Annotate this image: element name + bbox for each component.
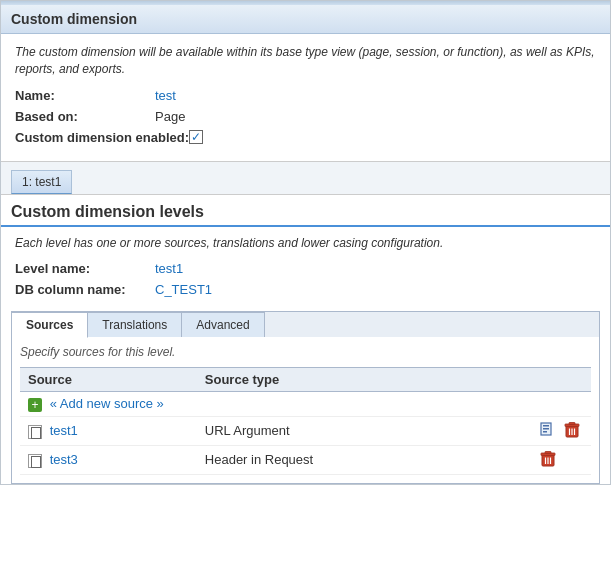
- action-icons: [539, 450, 583, 470]
- tab-translations[interactable]: Translations: [88, 312, 182, 337]
- levels-title: Custom dimension levels: [11, 203, 600, 221]
- add-icon: +: [28, 398, 42, 412]
- field-name: Name: test: [15, 88, 596, 103]
- source-actions-cell: [531, 445, 591, 474]
- custom-dimension-description: The custom dimension will be available w…: [15, 44, 596, 78]
- edit-icon[interactable]: [539, 421, 559, 441]
- col-type-header: Source type: [197, 368, 531, 392]
- tab-sources[interactable]: Sources: [12, 312, 88, 338]
- col-actions-header: [531, 368, 591, 392]
- levels-description: Each level has one or more sources, tran…: [15, 235, 596, 252]
- source-type-cell: URL Argument: [197, 416, 531, 445]
- source-name-cell: test3: [20, 445, 197, 474]
- source-name-link[interactable]: test1: [50, 423, 78, 438]
- level-name-label: Level name:: [15, 261, 155, 276]
- svg-rect-6: [569, 422, 575, 424]
- levels-header: Custom dimension levels: [1, 195, 610, 227]
- delete-icon[interactable]: [563, 421, 583, 441]
- field-enabled: Custom dimension enabled: ✓: [15, 130, 596, 145]
- enabled-checkbox[interactable]: ✓: [189, 130, 203, 144]
- col-source-header: Source: [20, 368, 197, 392]
- svg-rect-12: [545, 451, 551, 453]
- source-file-icon: [28, 454, 42, 468]
- name-value: test: [155, 88, 176, 103]
- db-column-label: DB column name:: [15, 282, 155, 297]
- custom-dimension-body: The custom dimension will be available w…: [1, 34, 610, 161]
- level-name-value: test1: [155, 261, 183, 276]
- source-file-icon: [28, 425, 42, 439]
- level-name-field: Level name: test1: [15, 261, 596, 276]
- svg-rect-3: [543, 431, 547, 433]
- level-tab[interactable]: 1: test1: [11, 170, 72, 194]
- field-based-on: Based on: Page: [15, 109, 596, 124]
- svg-rect-1: [543, 425, 549, 427]
- db-column-value: C_TEST1: [155, 282, 212, 297]
- table-row: test1 URL Argument: [20, 416, 591, 445]
- based-on-label: Based on:: [15, 109, 155, 124]
- based-on-value: Page: [155, 109, 185, 124]
- add-new-source-label[interactable]: « Add new source »: [50, 396, 164, 411]
- levels-body: Each level has one or more sources, tran…: [1, 227, 610, 312]
- add-new-source-row[interactable]: + « Add new source »: [20, 392, 591, 417]
- table-row: test3 Header in Request: [20, 445, 591, 474]
- enabled-label: Custom dimension enabled:: [15, 130, 189, 145]
- level-tab-bar: 1: test1: [1, 161, 610, 195]
- tab-sources-description: Specify sources for this level.: [20, 345, 591, 359]
- name-label: Name:: [15, 88, 155, 103]
- source-name-cell: test1: [20, 416, 197, 445]
- action-icons: [539, 421, 583, 441]
- tab-content-sources: Specify sources for this level. Source S…: [11, 337, 600, 484]
- db-column-field: DB column name: C_TEST1: [15, 282, 596, 297]
- source-type-cell: Header in Request: [197, 445, 531, 474]
- delete-icon[interactable]: [539, 450, 559, 470]
- sources-table: Source Source type + « Add new source »: [20, 367, 591, 475]
- tab-advanced[interactable]: Advanced: [182, 312, 264, 337]
- add-new-source-cell[interactable]: + « Add new source »: [20, 392, 591, 417]
- source-actions-cell: [531, 416, 591, 445]
- custom-dimension-header: Custom dimension: [1, 5, 610, 34]
- svg-rect-2: [543, 428, 549, 430]
- source-name-link[interactable]: test3: [50, 452, 78, 467]
